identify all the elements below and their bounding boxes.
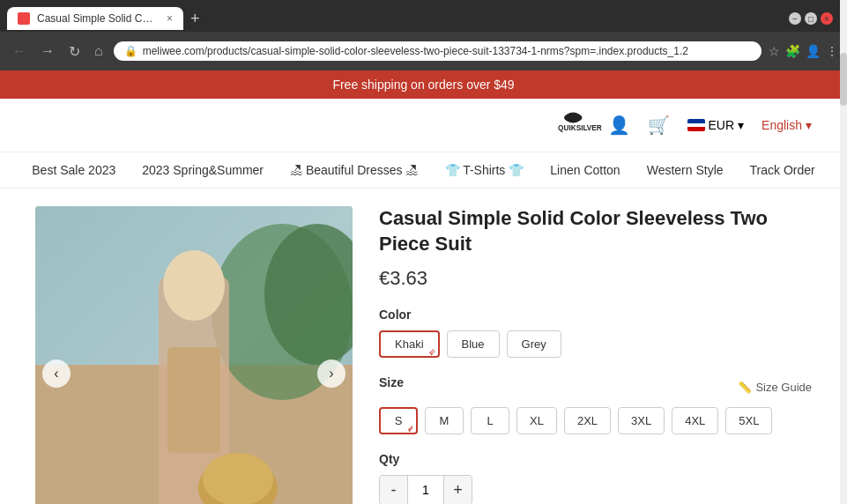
bookmark-icon[interactable]: ☆ xyxy=(769,44,780,58)
close-button[interactable]: × xyxy=(821,12,833,25)
size-3xl[interactable]: 3XL xyxy=(618,407,665,434)
ruler-icon: 📏 xyxy=(738,381,752,394)
size-label: Size xyxy=(379,375,404,389)
main-nav: Best Sale 2023 2023 Spring&Summer 🏖 Beau… xyxy=(0,152,847,189)
product-title: Casual Simple Solid Color Sleeveless Two… xyxy=(379,206,812,256)
svg-point-9 xyxy=(203,453,273,504)
color-khaki[interactable]: Khaki ✓ xyxy=(379,330,440,358)
qty-label: Qty xyxy=(379,452,812,466)
size-section: Size 📏 Size Guide S ✓ M L xyxy=(379,375,812,434)
tab-close-button[interactable]: × xyxy=(167,12,173,25)
main-content: ‹ › Casual Simple Solid Color Sleeveless… xyxy=(0,189,847,504)
back-button[interactable]: ← xyxy=(9,41,30,61)
nav-linen[interactable]: Linen Cotton xyxy=(550,163,620,177)
tab-bar: Casual Simple Solid Color Sleev... × + −… xyxy=(0,0,847,32)
menu-icon[interactable]: ⋮ xyxy=(826,44,838,58)
language-selector[interactable]: English ▾ xyxy=(762,118,812,132)
size-4xl[interactable]: 4XL xyxy=(672,407,718,434)
size-xl[interactable]: XL xyxy=(516,407,557,434)
site-header: QUIKSILVER 👤 🛒 EUR ▾ English ▾ xyxy=(0,99,847,152)
nav-tshirts[interactable]: 👕 T-Shirts 👕 xyxy=(445,163,524,177)
nav-track-order[interactable]: Track Order xyxy=(750,163,815,177)
qty-value: 1 xyxy=(408,476,443,504)
logo-svg: QUIKSILVER xyxy=(555,107,608,143)
prev-image-button[interactable]: ‹ xyxy=(42,359,71,388)
home-button[interactable]: ⌂ xyxy=(91,41,107,61)
header-right: 👤 🛒 EUR ▾ English ▾ xyxy=(608,115,812,136)
size-header: Size 📏 Size Guide xyxy=(379,375,812,398)
size-l[interactable]: L xyxy=(471,407,509,434)
minimize-button[interactable]: − xyxy=(789,12,801,25)
qty-control: - 1 + xyxy=(379,475,472,504)
scroll-thumb[interactable] xyxy=(840,53,847,106)
qty-minus-button[interactable]: - xyxy=(380,476,408,504)
size-5xl[interactable]: 5XL xyxy=(725,407,772,434)
language-arrow: ▾ xyxy=(806,118,812,132)
maximize-button[interactable]: □ xyxy=(805,12,817,25)
page-content: Free shipping on orders over $49 QUIKSIL… xyxy=(0,70,847,504)
address-actions: ☆ 🧩 👤 ⋮ xyxy=(769,44,838,58)
color-options: Khaki ✓ Blue Grey xyxy=(379,330,812,358)
svg-text:QUIKSILVER: QUIKSILVER xyxy=(558,124,602,132)
new-tab-button[interactable]: + xyxy=(183,10,207,28)
reload-button[interactable]: ↻ xyxy=(65,41,84,62)
image-placeholder xyxy=(35,206,353,504)
currency-text: EUR xyxy=(709,118,735,132)
promo-bar: Free shipping on orders over $49 xyxy=(0,70,847,99)
color-label: Color xyxy=(379,308,812,322)
account-icon[interactable]: 👤 xyxy=(806,44,821,58)
nav-dresses[interactable]: 🏖 Beautiful Dresses 🏖 xyxy=(290,163,419,177)
language-text: English xyxy=(762,118,802,132)
tab-title: Casual Simple Solid Color Sleev... xyxy=(37,12,156,25)
account-header-icon[interactable]: 👤 xyxy=(608,115,630,136)
address-bar-row: ← → ↻ ⌂ 🔒 meliwee.com/products/casual-si… xyxy=(0,32,847,70)
size-guide-link[interactable]: 📏 Size Guide xyxy=(738,381,812,394)
nav-spring-summer[interactable]: 2023 Spring&Summer xyxy=(142,163,264,177)
address-bar[interactable]: 🔒 meliwee.com/products/casual-simple-sol… xyxy=(114,41,762,61)
forward-button[interactable]: → xyxy=(37,41,58,61)
window-controls: − □ × xyxy=(789,12,840,25)
size-m[interactable]: M xyxy=(425,407,464,434)
lock-icon: 🔒 xyxy=(124,45,137,57)
browser-chrome: Casual Simple Solid Color Sleev... × + −… xyxy=(0,0,847,70)
promo-text: Free shipping on orders over $49 xyxy=(332,78,514,92)
extensions-icon[interactable]: 🧩 xyxy=(785,44,800,58)
size-options: S ✓ M L XL 2XL 3XL xyxy=(379,407,812,434)
size-2xl[interactable]: 2XL xyxy=(564,407,611,434)
product-price: €3.63 xyxy=(379,267,812,290)
active-tab[interactable]: Casual Simple Solid Color Sleev... × xyxy=(7,7,183,30)
size-s[interactable]: S ✓ xyxy=(379,407,418,434)
currency-selector[interactable]: EUR ▾ xyxy=(687,118,745,132)
product-image-svg xyxy=(35,206,353,504)
currency-arrow: ▾ xyxy=(738,118,744,132)
svg-rect-7 xyxy=(167,347,220,453)
site-logo[interactable]: QUIKSILVER xyxy=(555,107,608,143)
next-image-button[interactable]: › xyxy=(317,359,345,388)
eu-flag xyxy=(687,119,705,131)
main-product-image: ‹ › xyxy=(35,206,353,504)
cart-icon[interactable]: 🛒 xyxy=(648,115,670,136)
color-grey[interactable]: Grey xyxy=(507,330,561,358)
nav-western[interactable]: Western Style xyxy=(647,163,724,177)
color-section: Color Khaki ✓ Blue Grey xyxy=(379,308,812,358)
svg-point-6 xyxy=(163,250,225,321)
product-images: ‹ › xyxy=(35,206,353,504)
scrollbar[interactable] xyxy=(840,0,847,504)
qty-plus-button[interactable]: + xyxy=(443,476,472,504)
address-text: meliwee.com/products/casual-simple-solid… xyxy=(143,45,751,57)
product-details: Casual Simple Solid Color Sleeveless Two… xyxy=(353,206,812,504)
qty-section: Qty - 1 + xyxy=(379,452,812,504)
color-blue[interactable]: Blue xyxy=(447,330,500,358)
tab-favicon xyxy=(18,12,30,25)
nav-best-sale[interactable]: Best Sale 2023 xyxy=(32,163,115,177)
